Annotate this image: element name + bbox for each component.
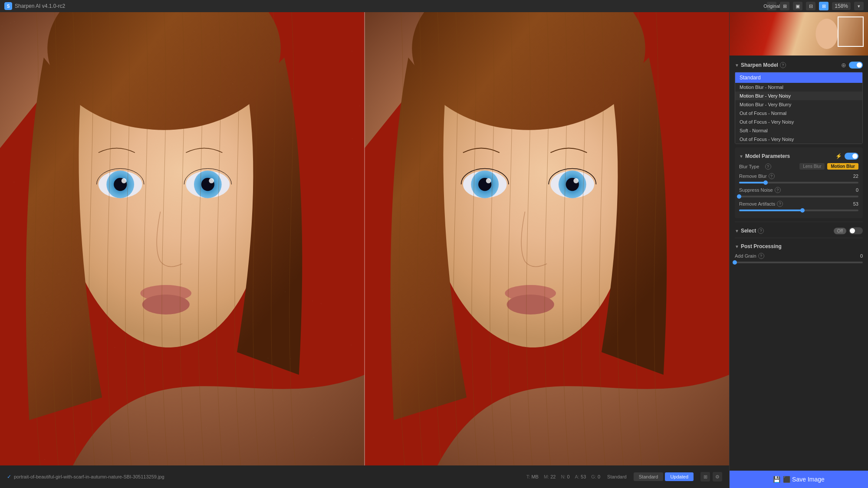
- remove-artifacts-row: Remove Artifacts ? 53: [739, 201, 858, 207]
- add-grain-thumb[interactable]: [733, 260, 737, 265]
- dropdown-item-motion-noisy[interactable]: Motion Blur - Very Noisy: [735, 92, 862, 100]
- post-collapse[interactable]: ▼ Post Processing: [735, 243, 782, 249]
- zoom-display: 158%: [832, 2, 851, 10]
- suppress-noise-info[interactable]: ?: [775, 187, 781, 193]
- image-container: [0, 12, 729, 465]
- remove-blur-label: Remove Blur ?: [739, 173, 775, 179]
- bottom-bar-stats: T: MB M: 22 N: 0 A: 53 G: 0: [526, 474, 600, 479]
- remove-blur-thumb[interactable]: [763, 180, 768, 185]
- version-buttons: Standard Updated: [634, 472, 694, 481]
- select-arrow: ▼: [735, 229, 739, 233]
- filename-label: portrait-of-beautiful-girl-with-scarf-in…: [14, 474, 164, 479]
- model-params-collapse[interactable]: ▼ Model Parameters: [739, 153, 790, 159]
- standard-btn[interactable]: Standard: [634, 472, 664, 481]
- suppress-noise-value: 0: [850, 187, 858, 193]
- remove-blur-row: Remove Blur ? 22: [739, 173, 858, 179]
- collapse-arrow: ▼: [735, 63, 739, 68]
- app-title: Sharpen AI v4.1.0-rc2: [15, 3, 767, 9]
- params-toggle-knob: [852, 154, 858, 159]
- bottom-bar-left: ✓ portrait-of-beautiful-girl-with-scarf-…: [7, 474, 519, 480]
- blur-type-info[interactable]: ?: [765, 164, 771, 170]
- progress-section: Standard: [607, 474, 627, 479]
- suppress-noise-slider[interactable]: [739, 196, 858, 197]
- sharpen-model-info[interactable]: ?: [780, 62, 786, 68]
- remove-blur-value: 22: [850, 174, 858, 179]
- dropdown-item-motion-normal[interactable]: Motion Blur - Normal: [735, 83, 862, 92]
- remove-blur-info[interactable]: ?: [769, 173, 775, 179]
- expand-icon[interactable]: ⊕: [841, 62, 846, 69]
- stat-t: T: MB: [526, 474, 539, 479]
- dropdown-item-focus-blurry[interactable]: Out of Focus - Very Noisy: [735, 135, 862, 144]
- select-info[interactable]: ?: [758, 228, 764, 234]
- model-dropdown[interactable]: Standard Motion Blur - Normal Motion Blu…: [735, 72, 863, 144]
- titlebar: S Sharpen AI v4.1.0-rc2 Original ⊞ ▣ ⊟ ⊞…: [0, 0, 868, 12]
- select-toggle-switch[interactable]: [849, 227, 863, 234]
- view-compare-button[interactable]: ⊞: [819, 2, 829, 10]
- add-grain-row: Add Grain ? 0: [735, 253, 863, 259]
- add-grain-label: Add Grain ?: [735, 253, 764, 259]
- blur-type-label: Blur Type: [739, 164, 763, 169]
- add-grain-value: 0: [854, 253, 863, 259]
- image-left: [0, 12, 365, 465]
- add-grain-info[interactable]: ?: [758, 253, 764, 259]
- remove-artifacts-slider[interactable]: [739, 210, 858, 211]
- screen-icon[interactable]: ⊞: [700, 472, 710, 481]
- add-grain-track[interactable]: [735, 262, 863, 263]
- portrait-canvas-left: [0, 12, 365, 465]
- bottom-bar-icons: ⊞ ⚙: [700, 472, 722, 481]
- post-arrow: ▼: [735, 244, 739, 249]
- dropdown-item-soft-normal[interactable]: Soft - Normal: [735, 126, 862, 135]
- sharpen-model-title: Sharpen Model: [741, 62, 778, 68]
- toolbar-right: Original ⊞ ▣ ⊟ ⊞ 158% ▾: [767, 2, 864, 10]
- toggle-knob: [857, 62, 862, 68]
- portrait-canvas-right: [365, 12, 729, 465]
- standard-label: Standard: [607, 474, 627, 479]
- dropdown-item-focus-normal[interactable]: Out of Focus - Normal: [735, 109, 862, 118]
- view-single-button[interactable]: ▣: [793, 2, 802, 10]
- remove-artifacts-track[interactable]: [739, 210, 858, 211]
- zoom-button[interactable]: ▾: [854, 2, 864, 10]
- suppress-noise-label: Suppress Noise ?: [739, 187, 781, 193]
- model-params-header: ▼ Model Parameters ⚡: [739, 153, 858, 160]
- app-icon: S: [4, 2, 12, 10]
- split-divider[interactable]: [364, 12, 365, 465]
- blur-type-row: Blur Type ? Lens Blur Motion Blur: [739, 163, 858, 170]
- bottom-bar: ✓ portrait-of-beautiful-girl-with-scarf-…: [0, 465, 729, 488]
- sharpen-model-toggle-switch[interactable]: [849, 62, 863, 69]
- remove-artifacts-info[interactable]: ?: [777, 201, 783, 207]
- remove-blur-slider[interactable]: [739, 182, 858, 183]
- select-title: Select: [741, 228, 756, 234]
- view-grid1-button[interactable]: ⊞: [780, 2, 789, 10]
- suppress-noise-row: Suppress Noise ? 0: [739, 187, 858, 193]
- sharpen-model-toggle: ⊕: [841, 62, 863, 69]
- stat-a: A: 53: [575, 474, 586, 479]
- view-split-button[interactable]: ⊟: [806, 2, 815, 10]
- dropdown-selected[interactable]: Standard: [735, 72, 862, 83]
- remove-artifacts-thumb[interactable]: [800, 208, 805, 213]
- motion-blur-badge[interactable]: Motion Blur: [827, 163, 858, 170]
- save-button[interactable]: 💾 ⬛ Save Image: [730, 471, 868, 488]
- suppress-noise-thumb[interactable]: [737, 194, 741, 199]
- post-processing-title: Post Processing: [741, 243, 782, 249]
- thumbnail-viewport[interactable]: [838, 16, 864, 47]
- sharpen-model-collapse[interactable]: ▼ Sharpen Model ?: [735, 62, 786, 68]
- dropdown-item-focus-noisy[interactable]: Out of Focus - Very Noisy: [735, 118, 862, 126]
- select-toggle: Off: [834, 227, 863, 234]
- select-collapse[interactable]: ▼ Select ?: [735, 228, 764, 234]
- stat-n: N: 0: [561, 474, 569, 479]
- params-collapse-arrow: ▼: [739, 154, 743, 159]
- params-toggle: ⚡: [835, 153, 858, 160]
- dropdown-item-motion-blurry[interactable]: Motion Blur - Very Blurry: [735, 100, 862, 109]
- settings-icon[interactable]: ⚙: [713, 472, 722, 481]
- save-icon: 💾: [773, 476, 780, 483]
- select-section: ▼ Select ? Off: [735, 222, 863, 234]
- add-grain-slider[interactable]: [735, 262, 863, 263]
- updated-btn[interactable]: Updated: [665, 472, 694, 481]
- params-toggle-switch[interactable]: [845, 153, 858, 160]
- remove-blur-track[interactable]: [739, 182, 858, 183]
- remove-artifacts-value: 53: [850, 201, 858, 206]
- suppress-noise-track[interactable]: [739, 196, 858, 197]
- lens-blur-badge[interactable]: Lens Blur: [799, 163, 825, 170]
- post-processing-section: ▼ Post Processing Add Grain ? 0: [735, 238, 863, 263]
- original-button[interactable]: Original: [767, 2, 776, 10]
